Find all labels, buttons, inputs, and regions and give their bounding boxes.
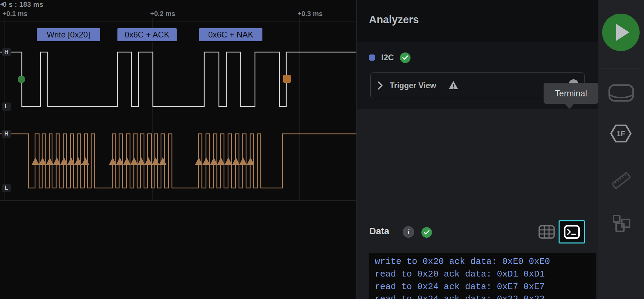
device-settings-button[interactable] [608,84,634,104]
grid-icon [538,225,555,239]
terminal-line: read to 0x20 ack data: 0xD1 0xD1 [375,268,550,281]
measure-button[interactable] [611,170,632,192]
rising-edge-marker [239,157,247,165]
rising-edge-marker [232,157,240,165]
logic-analyzer-app: ◀ 0 s : 183 ms +0.1 ms+0.2 ms+0.3 ms Wri… [0,0,644,299]
panel-title: Analyzers [369,14,419,26]
data-terminal-output[interactable]: write to 0x20 ack data: 0xE0 0xE0read to… [369,253,596,299]
analyzer-color-swatch [369,54,375,61]
terminal-line: read to 0x24 ack data: 0xE7 0xE7 [375,281,550,293]
waveform-canvas[interactable] [0,0,356,299]
extensions-icon [612,214,631,233]
right-toolbar: 1F [598,0,644,299]
data-status-ok-icon [421,227,432,238]
rising-edge-marker [152,157,159,165]
svg-text:1F: 1F [616,129,625,138]
data-section: Data i [357,109,599,299]
waveform-area[interactable]: ◀ 0 s : 183 ms +0.1 ms+0.2 ms+0.3 ms Wri… [0,0,356,299]
info-icon[interactable]: i [403,226,414,238]
rising-edge-marker [210,157,218,165]
rising-edge-marker [203,157,210,165]
rising-edge-marker [130,157,138,165]
rising-edge-marker [82,157,89,165]
rising-edge-marker [159,157,166,165]
data-section-title: Data [369,226,389,237]
tooltip-text: Terminal [555,89,587,98]
start-condition-marker [18,76,25,83]
time-offset-label: +0.1 ms [2,10,28,18]
chevron-right-icon[interactable] [377,81,383,90]
level-tag-h: H [2,130,11,138]
time-offset-label: +0.3 ms [297,10,323,18]
device-icon [608,84,634,102]
rising-edge-marker [123,157,131,165]
1f-hex-icon: 1F [610,124,632,143]
level-tag-h: H [2,48,11,56]
decode-result-label[interactable]: 0x6C + ACK [117,28,177,41]
play-icon [616,24,629,41]
level-tag-l: L [2,184,11,192]
rising-edge-marker [195,157,203,165]
tooltip-arrow [565,104,574,109]
toolbar-divider [602,68,640,68]
absolute-time-label: 0 s : 183 ms [3,1,43,9]
time-offset-label: +0.2 ms [150,10,175,18]
rising-edge-marker [32,157,39,165]
analyzers-panel: Analyzers I2C Trigger View [356,0,598,299]
analyzer-name: I2C [381,53,394,62]
table-view-button[interactable] [538,225,555,239]
warning-icon [448,81,458,91]
ruler-icon [611,170,632,191]
stop-condition-marker [283,75,291,83]
terminal-icon [564,225,580,239]
play-button[interactable] [602,14,640,51]
rising-edge-marker [225,157,232,165]
tooltip: Terminal [544,83,598,104]
channel-0-sda-trace [0,52,356,107]
terminal-line: read to 0x24 ack data: 0x22 0x22 [375,293,550,299]
plot-bottom-border [0,200,356,201]
decode-result-label[interactable]: Write [0x20] [37,28,100,41]
terminal-view-button[interactable] [559,220,585,243]
plot-top-border [0,21,356,21]
analyzer-row-i2c[interactable]: I2C [369,52,410,63]
capture-mode-button[interactable]: 1F [610,124,632,145]
analyzer-status-ok-icon [400,52,410,63]
decode-result-label[interactable]: 0x6C + NAK [199,28,262,41]
extensions-button[interactable] [612,214,631,234]
trigger-view-label: Trigger View [390,81,436,90]
terminal-line: write to 0x20 ack data: 0xE0 0xE0 [375,255,550,268]
rising-edge-marker [109,157,116,165]
level-tag-l: L [2,103,11,111]
terminal-lines: write to 0x20 ack data: 0xE0 0xE0read to… [375,255,550,299]
rising-edge-marker [145,157,152,165]
rising-edge-marker [217,157,225,165]
channel-1-scl-trace [0,134,356,188]
rising-edge-marker [247,157,254,165]
